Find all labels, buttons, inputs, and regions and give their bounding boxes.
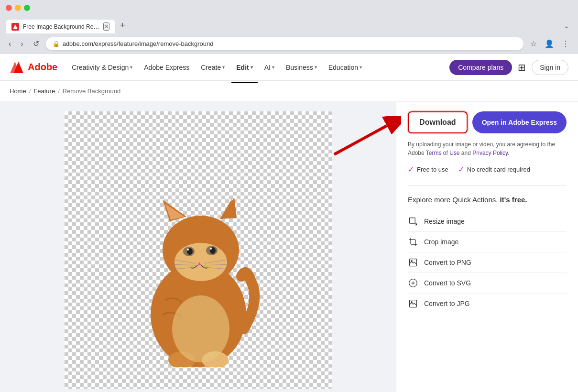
svg-marker-7 [220,197,237,219]
nav-item-edit[interactable]: Edit ▾ [231,60,257,75]
sign-in-button[interactable]: Sign in [532,60,568,75]
nav-item-ai[interactable]: AI ▾ [260,60,279,75]
adobe-logo-text: Adobe [28,62,57,73]
svg-point-14 [187,249,189,250]
traffic-lights [6,5,30,11]
quick-action-jpg[interactable]: Convert to JPG [408,294,567,314]
resize-icon [408,216,418,227]
bookmark-button[interactable]: ☆ [527,37,540,50]
badges: ✓ Free to use ✓ No credit card required [408,165,567,174]
back-button[interactable]: ‹ [6,38,14,50]
divider [408,185,567,186]
browser-menu-icon[interactable]: ⌄ [561,20,572,32]
nav-item-education[interactable]: Education ▾ [324,60,367,75]
browser-toolbar: ‹ › ↺ 🔒 adobe.com/express/feature/image/… [0,33,578,54]
convert-jpg-icon [408,298,418,309]
annotation-arrow [325,116,401,166]
adobe-logo-icon [10,62,24,73]
breadcrumb-home[interactable]: Home [10,87,26,95]
profile-button[interactable]: 👤 [542,37,557,50]
apps-grid-icon[interactable]: ⊞ [518,62,526,73]
chevron-down-icon: ▾ [360,65,362,70]
quick-action-crop[interactable]: Crop image [408,232,567,252]
cat-image [127,162,270,367]
checkmark-icon: ✓ [458,165,464,174]
refresh-button[interactable]: ↺ [30,37,42,50]
quick-action-svg[interactable]: Convert to SVG [408,273,567,294]
tab-close-button[interactable]: ✕ [103,22,109,31]
free-to-use-badge: ✓ Free to use [408,165,448,174]
close-traffic-light[interactable] [6,5,12,11]
quick-action-png[interactable]: Convert to PNG [408,252,567,273]
forward-button[interactable]: › [18,38,26,50]
address-bar[interactable]: 🔒 adobe.com/express/feature/image/remove… [46,37,523,50]
free-to-use-label: Free to use [417,166,448,173]
open-in-express-button[interactable]: Open in Adobe Express [472,111,567,133]
svg-marker-0 [13,24,18,29]
convert-svg-icon [408,278,418,288]
tab-title: Free Image Background Rem... [23,23,99,30]
right-panel: Download Open in Adobe Express By upload… [396,102,578,392]
crop-icon [408,237,418,247]
nav-item-express[interactable]: Adobe Express [139,60,194,75]
quick-action-resize[interactable]: Resize image [408,211,567,232]
privacy-policy-link[interactable]: Privacy Policy [472,150,508,156]
breadcrumb-current: Remove Background [63,87,120,95]
svg-point-9 [174,243,227,281]
action-buttons: Download Open in Adobe Express [408,111,567,133]
browser-chrome: Free Image Background Rem... ✕ + ⌄ [0,0,578,33]
nav-item-creativity[interactable]: Creativity & Design ▾ [67,60,137,75]
quick-actions-title: Explore more Quick Actions. It's free. [408,196,567,204]
browser-options-button[interactable]: ⋮ [559,37,572,50]
breadcrumb: Home / Feature / Remove Background [0,81,578,102]
url-text: adobe.com/express/feature/image/remove-b… [63,40,517,47]
nav-item-create[interactable]: Create ▾ [196,60,229,75]
convert-png-icon [408,257,418,268]
chevron-down-icon: ▾ [272,65,274,70]
compare-plans-button[interactable]: Compare plans [449,60,512,75]
svg-point-25 [172,295,229,362]
no-credit-card-badge: ✓ No credit card required [458,165,530,174]
download-button[interactable]: Download [408,111,468,133]
breadcrumb-separator: / [58,87,60,95]
nav-actions: Compare plans ⊞ Sign in [449,60,568,75]
breadcrumb-feature[interactable]: Feature [33,87,55,95]
new-tab-button[interactable]: + [116,18,129,33]
svg-point-15 [210,248,212,250]
chevron-down-icon: ▾ [315,65,317,70]
terms-of-use-link[interactable]: Terms of Use [426,150,460,156]
browser-tabs: Free Image Background Rem... ✕ + ⌄ [6,18,572,33]
breadcrumb-separator: / [29,87,31,95]
maximize-traffic-light[interactable] [24,5,30,11]
nav-items: Creativity & Design ▾ Adobe Express Crea… [67,60,449,75]
lock-icon: 🔒 [53,41,60,47]
page: Adobe Creativity & Design ▾ Adobe Expres… [0,54,578,392]
minimize-traffic-light[interactable] [15,5,21,11]
tab-favicon [11,23,19,31]
image-container [65,111,332,389]
toolbar-actions: ☆ 👤 ⋮ [527,37,572,50]
svg-rect-28 [410,218,415,224]
chevron-down-icon: ▾ [130,65,132,70]
terms-text: By uploading your image or video, you ar… [408,140,567,157]
chevron-down-icon: ▾ [222,65,225,70]
no-credit-card-label: No credit card required [467,166,530,173]
checkmark-icon: ✓ [408,165,414,174]
adobe-nav: Adobe Creativity & Design ▾ Adobe Expres… [0,54,578,81]
active-tab[interactable]: Free Image Background Rem... ✕ [6,20,115,33]
quick-actions-list: Resize image Crop image [408,211,567,314]
main-content: Download Open in Adobe Express By upload… [0,102,578,392]
adobe-logo[interactable]: Adobe [10,62,57,73]
image-panel [0,102,396,392]
chevron-down-icon: ▾ [251,65,253,70]
nav-item-business[interactable]: Business ▾ [281,60,322,75]
svg-line-27 [334,126,387,154]
